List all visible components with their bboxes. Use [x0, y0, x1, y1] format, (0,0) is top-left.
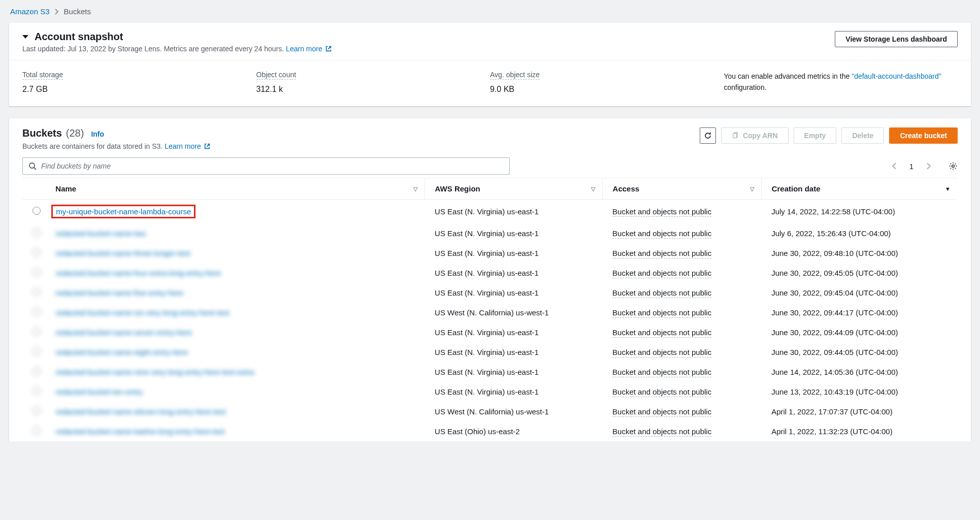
snapshot-subtitle: Last updated: Jul 13, 2022 by Storage Le… — [22, 45, 332, 53]
adv-note-suffix: configuration. — [724, 83, 767, 91]
sort-icon: ▽ — [591, 185, 595, 192]
default-dashboard-link[interactable]: "default-account-dashboard" — [852, 72, 941, 80]
cell-date: June 30, 2022, 09:44:05 (UTC-04:00) — [761, 342, 958, 362]
row-radio[interactable] — [32, 328, 41, 336]
cell-date: April 1, 2022, 11:32:23 (UTC-04:00) — [761, 421, 958, 441]
cell-access: Bucket and objects not public — [602, 200, 761, 224]
row-radio[interactable] — [32, 248, 41, 256]
table-row: redacted-bucket-name-two US East (N. Vir… — [22, 223, 958, 243]
row-radio[interactable] — [32, 427, 41, 435]
cell-region: US East (N. Virginia) us-east-1 — [424, 382, 602, 402]
bucket-name-link[interactable]: redacted-bucket-name-nine-very-long-entr… — [55, 368, 254, 376]
bucket-name-link[interactable]: redacted-bucket-name-four-extra-long-ent… — [55, 269, 221, 277]
col-name[interactable]: Name▽ — [50, 178, 424, 200]
page-next-button[interactable] — [924, 161, 934, 171]
buckets-panel: Buckets (28) Info Buckets are containers… — [9, 118, 971, 441]
table-row: my-unique-bucket-name-lambda-course US E… — [22, 200, 958, 224]
row-radio[interactable] — [32, 229, 41, 237]
buckets-info-link[interactable]: Info — [91, 130, 104, 138]
cell-date: June 30, 2022, 09:45:04 (UTC-04:00) — [761, 283, 958, 303]
cell-name: redacted-bucket-name-seven-entry-here — [50, 322, 424, 342]
row-radio[interactable] — [32, 407, 41, 415]
cell-date: June 13, 2022, 10:43:19 (UTC-04:00) — [761, 382, 958, 402]
table-header-row: Name▽ AWS Region▽ Access▽ Creation date▼ — [22, 178, 958, 200]
svg-rect-0 — [733, 134, 737, 138]
table-row: redacted-bucket-name-eleven-long-entry-h… — [22, 402, 958, 421]
row-radio[interactable] — [32, 367, 41, 375]
bucket-name-link[interactable]: redacted-bucket-ten-entry — [55, 387, 143, 396]
cell-name: redacted-bucket-name-four-extra-long-ent… — [50, 263, 424, 283]
table-row: redacted-bucket-name-six-very-long-entry… — [22, 303, 958, 322]
adv-note-prefix: You can enable advanced metrics in the — [724, 72, 852, 80]
create-bucket-button[interactable]: Create bucket — [889, 127, 958, 144]
external-link-icon — [204, 143, 211, 150]
bucket-name-link[interactable]: redacted-bucket-name-three-longer-text — [55, 249, 190, 257]
buckets-learn-more-link[interactable]: Learn more — [165, 142, 211, 150]
cell-date: June 14, 2022, 14:05:36 (UTC-04:00) — [761, 362, 958, 382]
table-row: redacted-bucket-name-nine-very-long-entr… — [22, 362, 958, 382]
cell-access: Bucket and objects not public — [602, 362, 761, 382]
cell-name: redacted-bucket-name-two — [50, 223, 424, 243]
page-prev-button[interactable] — [889, 161, 899, 171]
buckets-title: Buckets — [22, 127, 62, 139]
page-number: 1 — [909, 162, 913, 171]
sort-icon: ▽ — [750, 185, 754, 192]
cell-access: Bucket and objects not public — [602, 421, 761, 441]
cell-name: redacted-bucket-name-eight-entry-here — [50, 342, 424, 362]
caret-down-icon[interactable] — [22, 35, 28, 39]
svg-point-2 — [952, 165, 955, 168]
cell-name: my-unique-bucket-name-lambda-course — [50, 200, 424, 224]
buckets-subtitle: Buckets are containers for data stored i… — [22, 142, 211, 150]
row-radio[interactable] — [32, 387, 41, 395]
metric-label: Total storage — [22, 71, 63, 80]
col-access[interactable]: Access▽ — [602, 178, 761, 200]
bucket-name-link[interactable]: redacted-bucket-name-twelve-long-entry-h… — [55, 427, 224, 436]
cell-date: April 1, 2022, 17:07:37 (UTC-04:00) — [761, 402, 958, 421]
empty-button: Empty — [794, 127, 837, 144]
cell-region: US East (N. Virginia) us-east-1 — [424, 283, 602, 303]
refresh-icon — [704, 132, 712, 140]
row-radio[interactable] — [32, 268, 41, 276]
account-snapshot-panel: Account snapshot Last updated: Jul 13, 2… — [9, 23, 971, 106]
metric-avg-size: Avg. object size 9.0 KB — [490, 71, 724, 94]
cell-date: June 30, 2022, 09:44:17 (UTC-04:00) — [761, 303, 958, 322]
col-date[interactable]: Creation date▼ — [761, 178, 958, 200]
table-row: redacted-bucket-name-seven-entry-here US… — [22, 322, 958, 342]
cell-access: Bucket and objects not public — [602, 322, 761, 342]
cell-access: Bucket and objects not public — [602, 402, 761, 421]
refresh-button[interactable] — [700, 127, 716, 144]
bucket-name-link[interactable]: redacted-bucket-name-eight-entry-here — [55, 348, 188, 356]
cell-date: June 30, 2022, 09:45:05 (UTC-04:00) — [761, 263, 958, 283]
cell-region: US East (Ohio) us-east-2 — [424, 421, 602, 441]
metric-value: 312.1 k — [256, 85, 491, 94]
bucket-name-link[interactable]: redacted-bucket-name-six-very-long-entry… — [55, 308, 230, 317]
view-storage-lens-dashboard-button[interactable]: View Storage Lens dashboard — [835, 31, 958, 47]
search-container — [22, 157, 510, 175]
table-row: redacted-bucket-name-five-entry-here US … — [22, 283, 958, 303]
settings-button[interactable] — [949, 161, 958, 171]
metric-value: 9.0 KB — [490, 85, 724, 94]
cell-access: Bucket and objects not public — [602, 263, 761, 283]
col-select — [22, 178, 50, 200]
col-region[interactable]: AWS Region▽ — [424, 178, 602, 200]
bucket-name-link[interactable]: redacted-bucket-name-two — [55, 229, 146, 238]
search-input[interactable] — [22, 157, 510, 175]
row-radio[interactable] — [32, 347, 41, 355]
bucket-name-link[interactable]: my-unique-bucket-name-lambda-course — [56, 207, 191, 216]
cell-region: US East (N. Virginia) us-east-1 — [424, 200, 602, 224]
cell-region: US West (N. California) us-west-1 — [424, 303, 602, 322]
cell-access: Bucket and objects not public — [602, 303, 761, 322]
bucket-name-link[interactable]: redacted-bucket-name-five-entry-here — [55, 288, 183, 297]
row-radio[interactable] — [32, 308, 41, 316]
bucket-name-link[interactable]: redacted-bucket-name-eleven-long-entry-h… — [55, 407, 225, 416]
row-radio[interactable] — [32, 288, 41, 296]
snapshot-learn-more-link[interactable]: Learn more — [286, 45, 332, 53]
breadcrumb-root[interactable]: Amazon S3 — [10, 7, 50, 16]
table-row: redacted-bucket-ten-entry US East (N. Vi… — [22, 382, 958, 402]
cell-access: Bucket and objects not public — [602, 382, 761, 402]
cell-region: US East (N. Virginia) us-east-1 — [424, 243, 602, 263]
table-row: redacted-bucket-name-eight-entry-here US… — [22, 342, 958, 362]
row-radio[interactable] — [32, 207, 41, 215]
bucket-name-link[interactable]: redacted-bucket-name-seven-entry-here — [55, 328, 191, 337]
metric-total-storage: Total storage 2.7 GB — [22, 71, 256, 94]
